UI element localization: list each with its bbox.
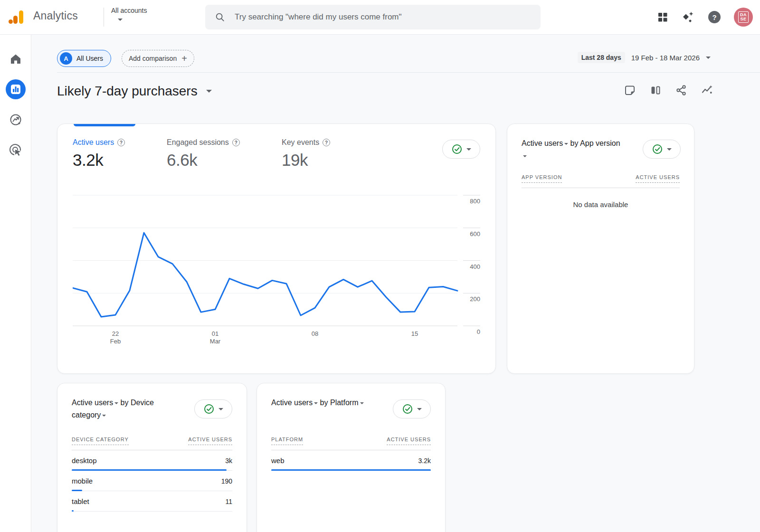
bar-fill bbox=[72, 469, 227, 471]
overview-chart-card: Active users ? 3.2k Engaged sessions ? 6… bbox=[57, 124, 496, 374]
chevron-down-icon bbox=[523, 155, 527, 157]
comparison-mode-button[interactable] bbox=[650, 85, 661, 96]
header-actions: ? DA SE bbox=[656, 0, 753, 34]
active-users-line-chart[interactable]: 020040060080022Feb01Mar0815 bbox=[73, 190, 481, 349]
comparison-chip-label: All Users bbox=[76, 55, 103, 62]
ab-compare-icon bbox=[650, 85, 661, 96]
row-metric-value: 11 bbox=[225, 498, 232, 505]
metric-column-header[interactable]: ACTIVE USERS bbox=[188, 437, 232, 445]
chevron-down-icon bbox=[102, 415, 106, 417]
data-quality-check-icon bbox=[652, 144, 663, 154]
account-switcher[interactable]: All accounts bbox=[111, 7, 147, 23]
dimension-column-header[interactable]: DEVICE CATEGORY bbox=[72, 437, 129, 445]
chevron-down-icon bbox=[667, 148, 672, 151]
table-row: mobile190 bbox=[72, 471, 232, 491]
bar-fill bbox=[72, 510, 74, 512]
data-quality-button[interactable] bbox=[643, 140, 681, 159]
ytick-label: 0 bbox=[477, 328, 480, 335]
dimension-column-header[interactable]: APP VERSION bbox=[522, 174, 562, 183]
help-icon[interactable]: ? bbox=[117, 139, 125, 146]
data-quality-check-icon bbox=[402, 404, 413, 414]
table-header: PLATFORM ACTIVE USERS bbox=[271, 437, 431, 445]
table-row: web3.2k bbox=[271, 450, 431, 471]
metric-tab-key-events[interactable]: Key events ? 19k bbox=[282, 138, 330, 170]
chevron-down-icon bbox=[314, 402, 318, 404]
nav-explore[interactable] bbox=[6, 110, 26, 130]
help-button[interactable]: ? bbox=[708, 10, 721, 24]
metric-selector[interactable]: Active users bbox=[522, 139, 568, 147]
account-avatar[interactable]: DA SE bbox=[734, 8, 753, 27]
metric-tab-engaged-sessions[interactable]: Engaged sessions ? 6.6k bbox=[167, 138, 282, 170]
data-quality-button[interactable] bbox=[194, 399, 232, 418]
row-bar bbox=[72, 510, 232, 512]
page-title: Likely 7-day purchasers bbox=[57, 84, 198, 99]
account-switcher-label: All accounts bbox=[111, 7, 147, 14]
by-label: by bbox=[570, 139, 579, 147]
help-icon[interactable]: ? bbox=[232, 139, 240, 146]
chevron-down-icon bbox=[564, 143, 568, 145]
nav-reports-selected[interactable] bbox=[6, 79, 26, 99]
metric-selector[interactable]: Active users bbox=[271, 399, 318, 407]
add-comparison-button[interactable]: Add comparison + bbox=[122, 50, 194, 67]
card-title: Active users by App version bbox=[522, 137, 622, 167]
share-button[interactable] bbox=[675, 85, 687, 96]
selected-tab-indicator bbox=[74, 124, 135, 126]
dimension-column-header[interactable]: PLATFORM bbox=[271, 437, 303, 445]
row-dimension-value: tablet bbox=[72, 497, 89, 505]
advertising-icon bbox=[9, 143, 23, 157]
metric-value: 19k bbox=[282, 151, 330, 170]
table-row: desktop3k bbox=[72, 450, 232, 471]
card-title: Active users by Device category bbox=[72, 397, 172, 426]
date-range-picker[interactable]: Last 28 days 19 Feb - 18 Mar 2026 bbox=[578, 52, 711, 63]
nav-advertising[interactable] bbox=[6, 140, 26, 160]
xtick-label: 08 bbox=[312, 330, 318, 337]
table-row: tablet11 bbox=[72, 491, 232, 512]
apps-grid-button[interactable] bbox=[656, 11, 669, 23]
metric-label: Engaged sessions bbox=[167, 138, 229, 147]
row-metric-value: 190 bbox=[221, 477, 232, 485]
platform-card: Active users by Platform PLATFORM ACTIVE… bbox=[256, 383, 446, 532]
chevron-down-icon bbox=[118, 19, 123, 21]
ga4-report-page: Analytics All accounts bbox=[0, 0, 760, 532]
data-quality-button[interactable] bbox=[393, 399, 431, 418]
xtick-label: 01 bbox=[212, 330, 218, 337]
metric-column-header[interactable]: ACTIVE USERS bbox=[636, 174, 680, 183]
help-icon: ? bbox=[708, 10, 721, 24]
reports-icon bbox=[6, 79, 26, 99]
insights-button[interactable] bbox=[701, 85, 712, 96]
metric-column-header[interactable]: ACTIVE USERS bbox=[387, 437, 431, 445]
card-title: Active users by Platform bbox=[271, 397, 414, 426]
search-input[interactable] bbox=[234, 12, 521, 22]
table-body: desktop3kmobile190tablet11 bbox=[72, 450, 232, 512]
table-header: APP VERSION ACTIVE USERS bbox=[522, 174, 680, 183]
google-analytics-logo-icon bbox=[8, 9, 25, 26]
add-note-button[interactable] bbox=[624, 85, 636, 96]
avatar-monogram: DA SE bbox=[738, 11, 749, 23]
explore-icon bbox=[9, 113, 22, 126]
metric-tab-active-users[interactable]: Active users ? 3.2k bbox=[73, 138, 167, 170]
active-users-series-line bbox=[73, 233, 457, 317]
data-quality-button[interactable] bbox=[442, 140, 480, 159]
metric-value: 3.2k bbox=[73, 151, 167, 170]
metric-selector[interactable]: Active users bbox=[72, 399, 118, 407]
help-icon[interactable]: ? bbox=[323, 139, 330, 146]
comparison-chip-all-users[interactable]: A All Users bbox=[57, 50, 111, 67]
variant-badge: A bbox=[60, 52, 72, 65]
data-quality-check-icon bbox=[452, 144, 462, 154]
chevron-down-icon bbox=[206, 90, 212, 93]
plus-icon: + bbox=[181, 55, 187, 62]
row-dimension-value: desktop bbox=[72, 456, 97, 465]
report-title-dropdown[interactable]: Likely 7-day purchasers bbox=[57, 84, 212, 99]
add-comparison-label: Add comparison bbox=[129, 55, 177, 62]
nav-home[interactable] bbox=[6, 49, 26, 69]
date-preset-badge: Last 28 days bbox=[578, 52, 625, 63]
data-quality-check-icon bbox=[204, 404, 214, 414]
row-metric-value: 3.2k bbox=[418, 457, 431, 465]
row-bar bbox=[72, 469, 232, 471]
gemini-assistant-button[interactable] bbox=[682, 10, 695, 24]
dimension-selector[interactable]: Platform bbox=[330, 399, 364, 407]
left-nav bbox=[0, 35, 31, 532]
device-category-card: Active users by Device category DEVICE C… bbox=[57, 383, 247, 532]
table-body: web3.2k bbox=[271, 450, 431, 471]
global-search[interactable] bbox=[205, 5, 541, 29]
